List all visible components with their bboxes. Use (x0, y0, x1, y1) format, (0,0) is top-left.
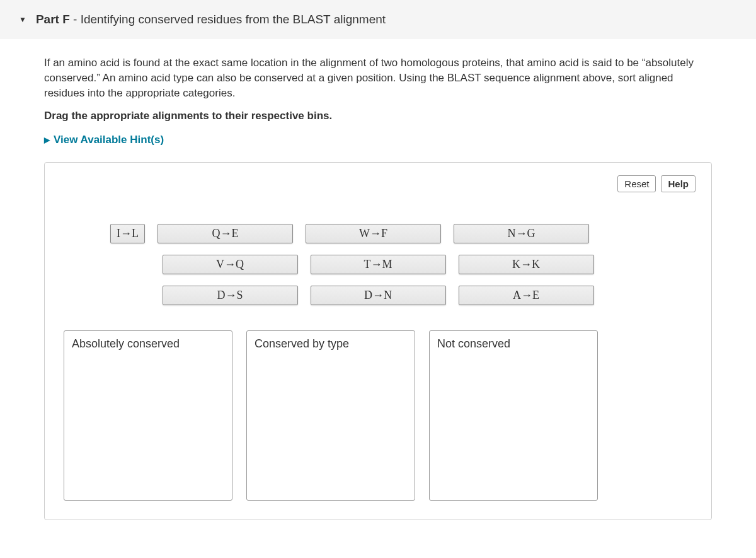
hints-label: View Available Hint(s) (54, 134, 164, 146)
part-label: Part F (36, 13, 70, 26)
activity-box: Reset Help I→L Q→E W→F N→G V→Q T→M K→K D… (44, 162, 712, 520)
description-text: If an amino acid is found at the exact s… (44, 55, 712, 100)
collapse-down-icon: ▼ (19, 15, 26, 24)
chevron-right-icon: ▶ (44, 136, 50, 144)
draggable-items-area: I→L Q→E W→F N→G V→Q T→M K→K D→S D→N A→E (110, 224, 646, 305)
drag-item-k-k[interactable]: K→K (459, 255, 594, 274)
part-title: Part F - Identifying conserved residues … (36, 13, 386, 26)
reset-button[interactable]: Reset (617, 175, 656, 192)
part-header[interactable]: ▼ Part F - Identifying conserved residue… (0, 0, 756, 40)
drag-item-n-g[interactable]: N→G (454, 224, 589, 243)
bin-label: Conserved by type (255, 337, 407, 351)
drag-item-v-q[interactable]: V→Q (163, 255, 298, 274)
view-hints-link[interactable]: ▶ View Available Hint(s) (44, 134, 712, 146)
bin-conserved-by-type[interactable]: Conserved by type (246, 330, 415, 501)
bin-not-conserved[interactable]: Not conserved (429, 330, 598, 501)
help-button[interactable]: Help (661, 175, 696, 192)
bins-area: Absolutely conserved Conserved by type N… (60, 330, 696, 501)
drag-item-q-e[interactable]: Q→E (158, 224, 293, 243)
bin-absolutely-conserved[interactable]: Absolutely conserved (64, 330, 232, 501)
drag-item-d-s[interactable]: D→S (163, 286, 298, 305)
bin-label: Absolutely conserved (72, 337, 224, 351)
drag-item-w-f[interactable]: W→F (306, 224, 441, 243)
drag-item-a-e[interactable]: A→E (459, 286, 594, 305)
bin-label: Not conserved (437, 337, 590, 351)
drag-item-d-n[interactable]: D→N (311, 286, 446, 305)
drag-item-i-l[interactable]: I→L (110, 224, 145, 243)
drag-item-t-m[interactable]: T→M (311, 255, 446, 274)
instruction-text: Drag the appropriate alignments to their… (44, 110, 712, 122)
part-subtitle: Identifying conserved residues from the … (81, 13, 386, 26)
